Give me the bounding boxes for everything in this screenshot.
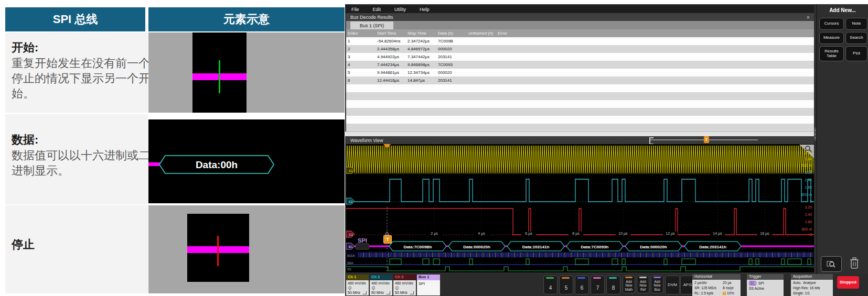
sclk-row-bg bbox=[346, 251, 814, 258]
digital-label-ss: SS bbox=[347, 268, 351, 271]
channel-bandwidth: 50 MHz bbox=[395, 291, 408, 294]
time-axis-label: 16 μs bbox=[757, 232, 772, 235]
channel-bandwidth: 50 MHz bbox=[348, 291, 360, 294]
table-row[interactable]: 612.44416μs14.847μs203141 bbox=[346, 76, 814, 84]
sidebar-button-results-table[interactable]: Results Table bbox=[819, 46, 844, 61]
digital-label-sda: SDA bbox=[347, 261, 353, 265]
trigger-source-badge: B1 bbox=[749, 281, 756, 286]
table-cell: 1 bbox=[348, 39, 350, 43]
add-new-ref-button[interactable]: Add New Ref bbox=[637, 276, 649, 293]
table-cell: 203141 bbox=[438, 78, 452, 83]
table-row[interactable] bbox=[346, 116, 814, 124]
column-header-5[interactable]: Error bbox=[498, 31, 507, 36]
table-cell: 9.846898μs bbox=[408, 62, 430, 67]
horizontal-left-1: SR: 125 MS/s bbox=[694, 286, 716, 290]
table-cell: 2.347242μs bbox=[408, 39, 430, 43]
table-row[interactable]: 22.444358μs4.846572μs000020 bbox=[346, 45, 814, 53]
stopped-button[interactable]: Stopped bbox=[837, 276, 859, 289]
left-table-row3-text-cell: 停止 bbox=[5, 205, 148, 293]
close-icon[interactable]: × bbox=[807, 14, 810, 20]
column-header-3[interactable]: Data (h) bbox=[438, 31, 453, 36]
table-row[interactable] bbox=[346, 124, 814, 131]
scale-label-ch2: 0 bbox=[785, 200, 812, 203]
channel-color-stripe bbox=[609, 277, 617, 279]
tab-bus1-spi[interactable]: Bus 1 (SPI) bbox=[350, 21, 393, 29]
table-row[interactable] bbox=[346, 84, 814, 92]
channel-color-stripe bbox=[562, 277, 570, 279]
trigger-flag[interactable]: T bbox=[383, 235, 392, 244]
spi-decode-frame-label-0: Data:7C009Bh bbox=[403, 245, 432, 249]
table-cell: 9.944861μs bbox=[377, 70, 399, 75]
horizontal-panel[interactable]: Horizontal2 μs/divSR: 125 MS/sRL: 2.5 kp… bbox=[692, 274, 741, 296]
row3-title: 停止 bbox=[12, 237, 35, 253]
channel-card-ch3[interactable]: Ch 3460 mV/div50 MHz bbox=[393, 275, 416, 295]
zoom-tool-button[interactable] bbox=[821, 256, 842, 272]
table-row[interactable] bbox=[346, 108, 814, 116]
channel-button-4[interactable]: 4 bbox=[543, 276, 558, 294]
table-cell: 14.847μs bbox=[408, 78, 425, 83]
add-new-math-button[interactable]: Add New Math bbox=[623, 276, 635, 293]
spi-decode-frame-label-3: Data:7C0093h bbox=[581, 245, 609, 249]
channel-card-ch1[interactable]: Ch 1460 mV/div50 MHz bbox=[346, 275, 369, 295]
slider-trigger-handle[interactable]: T bbox=[704, 136, 709, 143]
bus-card-bus1[interactable]: Bus 1SPI bbox=[417, 275, 440, 295]
trigger-type: SPI bbox=[758, 281, 764, 285]
results-table-header: IndexStart TimeStop TimeData (h)Unframed… bbox=[346, 29, 814, 37]
channel-scale: 460 mV/div bbox=[348, 281, 366, 285]
table-row[interactable]: 1-54.82604ns2.347242μs7C009B bbox=[346, 37, 814, 45]
column-header-0[interactable]: Index bbox=[348, 31, 358, 36]
menu-item-edit[interactable]: Edit bbox=[373, 7, 381, 12]
channel-card-ch2-header: Ch 2 bbox=[370, 275, 392, 280]
time-axis-label: 10 μs bbox=[616, 232, 630, 235]
row2-data-frame: Data:00h bbox=[159, 155, 274, 174]
trash-button[interactable] bbox=[845, 255, 863, 271]
sda-pulse bbox=[575, 259, 588, 265]
channel-button-8[interactable]: 8 bbox=[606, 276, 620, 294]
table-cell: 203141 bbox=[438, 54, 452, 59]
trigger-panel[interactable]: TriggerB1SPISS Active bbox=[747, 274, 784, 296]
menu-item-utility[interactable]: Utility bbox=[394, 7, 406, 12]
scale-label-ch2: 800 m bbox=[785, 193, 812, 196]
sidebar-button-cursors[interactable]: Cursors bbox=[819, 18, 844, 30]
sidebar-button-note[interactable]: Note bbox=[845, 18, 867, 30]
table-row[interactable]: 59.944861μs12.34734μs000020 bbox=[346, 69, 814, 76]
screenshot-canvas: SPI 总线 元素示意 开始: 重复开始发生在没有前一个停止的情况下显示另一个开… bbox=[0, 0, 868, 296]
table-cell: 7.444234μs bbox=[377, 62, 399, 67]
time-axis-label: 12 μs bbox=[663, 232, 678, 235]
data-frame-label: Data:00h bbox=[196, 159, 238, 170]
sidebar-button-plot[interactable]: Plot bbox=[845, 46, 867, 61]
channel-button-5[interactable]: 5 bbox=[559, 276, 573, 294]
spi-decode-frame-label-4: Data:000020h bbox=[640, 245, 667, 249]
sidebar-button-search[interactable]: Search bbox=[845, 32, 867, 44]
ch1-badge-label: C1 bbox=[349, 169, 353, 172]
bus-grip[interactable] bbox=[356, 244, 369, 249]
horizontal-left-0: 2 μs/div bbox=[694, 281, 707, 284]
sidebar-button-measure[interactable]: Measure bbox=[819, 32, 844, 44]
sidebar-divider bbox=[816, 4, 817, 294]
table-cell: 4 bbox=[348, 62, 350, 67]
table-row[interactable] bbox=[346, 100, 814, 108]
spi-decode-frame-label-5: Data:203141h bbox=[699, 245, 726, 249]
channel-card-ch2[interactable]: Ch 2460 mV/div50 MHz bbox=[370, 275, 392, 295]
panel-splitter[interactable] bbox=[345, 131, 816, 136]
channel-button-6[interactable]: 6 bbox=[575, 276, 589, 294]
left-table-row1-text-cell: 开始: 重复开始发生在没有前一个停止的情况下显示另一个开始。 bbox=[5, 32, 148, 113]
table-row[interactable]: 34.944922μs7.347442μs203141 bbox=[346, 53, 814, 61]
column-header-1[interactable]: Start Time bbox=[377, 31, 396, 36]
table-row[interactable]: 47.444234μs9.846898μs7C0093 bbox=[346, 61, 814, 69]
probe-clamp-icon bbox=[348, 286, 352, 290]
channel-button-7[interactable]: 7 bbox=[591, 276, 605, 294]
menu-item-file[interactable]: File bbox=[351, 7, 359, 12]
dvm-button[interactable]: DVM bbox=[665, 276, 680, 294]
menu-item-help[interactable]: Help bbox=[420, 7, 430, 12]
results-table-body: 1-54.82604ns2.347242μs7C009B22.444358μs4… bbox=[346, 37, 814, 131]
scale-label-ch3: 3.20 bbox=[785, 205, 812, 209]
column-header-2[interactable]: Stop Time bbox=[408, 31, 426, 36]
ch3-badge-label: C3 bbox=[349, 233, 353, 236]
table-row[interactable] bbox=[346, 92, 814, 100]
magnifier-icon bbox=[827, 260, 836, 268]
add-new-bus-button[interactable]: Add New Bus bbox=[651, 276, 663, 293]
acquisition-panel[interactable]: AcquisitionAuto, AnalyzeHigh Res: 16 bit… bbox=[791, 274, 833, 296]
column-header-4[interactable]: Unframed (h) bbox=[468, 31, 493, 36]
scale-label-ch3: 1.60 bbox=[785, 220, 812, 224]
